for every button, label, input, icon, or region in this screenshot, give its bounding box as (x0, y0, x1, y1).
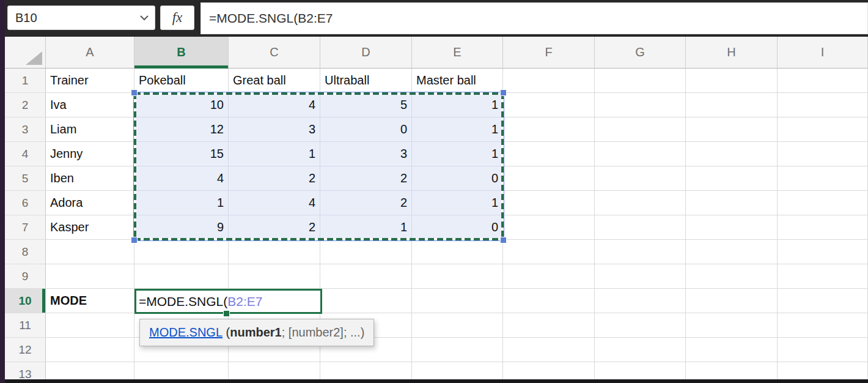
cell-C3[interactable]: 3 (229, 117, 320, 142)
selection-handle-top-right[interactable] (500, 89, 507, 96)
cell-B8[interactable] (134, 240, 229, 264)
cell-D8[interactable] (320, 240, 412, 264)
cell-E3[interactable]: 1 (412, 117, 503, 142)
cell-F5[interactable] (503, 166, 595, 191)
row-header-5[interactable]: 5 (5, 166, 46, 191)
cell-H5[interactable] (686, 166, 778, 191)
row-header-4[interactable]: 4 (5, 142, 46, 166)
cell-E4[interactable]: 1 (412, 142, 503, 166)
cell-F11[interactable] (503, 313, 595, 338)
cell-H4[interactable] (686, 142, 778, 166)
cell-C2[interactable]: 4 (229, 93, 320, 117)
cell-C8[interactable] (229, 240, 320, 264)
cell-F10[interactable] (503, 289, 595, 313)
cell-H1[interactable] (686, 69, 778, 93)
row-header-1[interactable]: 1 (5, 69, 46, 93)
cell-F1[interactable] (503, 69, 595, 93)
cell-G6[interactable] (595, 191, 686, 215)
col-header-H[interactable]: H (686, 37, 778, 69)
cell-G10[interactable] (595, 289, 686, 313)
cell-C6[interactable]: 4 (229, 191, 320, 215)
row-header-3[interactable]: 3 (5, 117, 46, 142)
cell-I5[interactable] (778, 166, 868, 191)
cell-I12[interactable] (778, 338, 868, 362)
cell-D7[interactable]: 1 (320, 215, 412, 240)
row-header-2[interactable]: 2 (5, 93, 46, 117)
cell-D2[interactable]: 5 (320, 93, 412, 117)
cell-A12[interactable] (46, 338, 134, 362)
cell-A4[interactable]: Jenny (46, 142, 134, 166)
cell-F4[interactable] (503, 142, 595, 166)
row-header-12[interactable]: 12 (5, 338, 46, 362)
cell-D3[interactable]: 0 (320, 117, 412, 142)
cell-H11[interactable] (686, 313, 778, 338)
cell-A6[interactable]: Adora (46, 191, 134, 215)
cell-F8[interactable] (503, 240, 595, 264)
cell-C1[interactable]: Great ball (229, 69, 320, 93)
selection-handle-bottom-left[interactable] (131, 237, 138, 244)
cell-E12[interactable] (412, 338, 503, 362)
cell-B9[interactable] (134, 264, 229, 289)
col-header-E[interactable]: E (412, 37, 503, 69)
cell-C9[interactable] (229, 264, 320, 289)
col-header-D[interactable]: D (320, 37, 412, 69)
cell-E7[interactable]: 0 (412, 215, 503, 240)
col-header-I[interactable]: I (778, 37, 868, 69)
cell-B2[interactable]: 10 (134, 93, 229, 117)
cell-G1[interactable] (595, 69, 686, 93)
cell-E10[interactable] (412, 289, 503, 313)
col-header-F[interactable]: F (503, 37, 595, 69)
cell-H9[interactable] (686, 264, 778, 289)
cell-B4[interactable]: 15 (134, 142, 229, 166)
cell-D4[interactable]: 3 (320, 142, 412, 166)
cell-A5[interactable]: Iben (46, 166, 134, 191)
cell-H2[interactable] (686, 93, 778, 117)
selection-handle-top-left[interactable] (131, 89, 138, 96)
cell-A7[interactable]: Kasper (46, 215, 134, 240)
cell-E1[interactable]: Master ball (412, 69, 503, 93)
cell-I9[interactable] (778, 264, 868, 289)
cell-E11[interactable] (412, 313, 503, 338)
cell-A8[interactable] (46, 240, 134, 264)
cell-B3[interactable]: 12 (134, 117, 229, 142)
cell-A11[interactable] (46, 313, 134, 338)
cell-E9[interactable] (412, 264, 503, 289)
cell-A2[interactable]: Iva (46, 93, 134, 117)
cell-B7[interactable]: 9 (134, 215, 229, 240)
cell-I11[interactable] (778, 313, 868, 338)
function-help-link[interactable]: MODE.SNGL (149, 325, 223, 340)
cell-G2[interactable] (595, 93, 686, 117)
cell-B5[interactable]: 4 (134, 166, 229, 191)
cell-E5[interactable]: 0 (412, 166, 503, 191)
cell-A10[interactable]: MODE (46, 289, 134, 313)
cell-G5[interactable] (595, 166, 686, 191)
col-header-C[interactable]: C (229, 37, 320, 69)
cell-G12[interactable] (595, 338, 686, 362)
cell-F9[interactable] (503, 264, 595, 289)
cell-F3[interactable] (503, 117, 595, 142)
cell-G4[interactable] (595, 142, 686, 166)
col-header-G[interactable]: G (595, 37, 686, 69)
cell-C7[interactable]: 2 (229, 215, 320, 240)
col-header-B[interactable]: B (134, 37, 229, 69)
cell-D9[interactable] (320, 264, 412, 289)
cell-I2[interactable] (778, 93, 868, 117)
cell-A3[interactable]: Liam (46, 117, 134, 142)
cell-H12[interactable] (686, 338, 778, 362)
cell-F12[interactable] (503, 338, 595, 362)
name-box[interactable]: B10 (7, 6, 155, 30)
cell-C4[interactable]: 1 (229, 142, 320, 166)
cell-A1[interactable]: Trainer (46, 69, 134, 93)
cell-D10[interactable] (320, 289, 412, 313)
row-header-6[interactable]: 6 (5, 191, 46, 215)
row-header-9[interactable]: 9 (5, 264, 46, 289)
cell-I6[interactable] (778, 191, 868, 215)
row-header-10[interactable]: 10 (5, 289, 46, 313)
cell-B6[interactable]: 1 (134, 191, 229, 215)
cell-B1[interactable]: Pokeball (134, 69, 229, 93)
cell-H7[interactable] (686, 215, 778, 240)
cell-I8[interactable] (778, 240, 868, 264)
cell-I10[interactable] (778, 289, 868, 313)
cell-G11[interactable] (595, 313, 686, 338)
cell-G7[interactable] (595, 215, 686, 240)
